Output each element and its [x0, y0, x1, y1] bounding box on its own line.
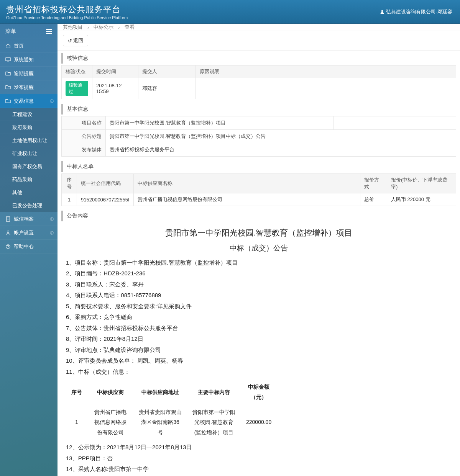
value: 贵阳市第一中学阳光校园.智慧教育（监控增补）项目 — [106, 116, 334, 130]
label: 项目名称 — [62, 116, 106, 130]
nav-publish[interactable]: 发布提醒 — [0, 80, 58, 94]
line: 6、采购方式：竞争性磋商 — [66, 312, 452, 323]
nav-label: 首页 — [14, 43, 24, 49]
nav-integrity[interactable]: 诚信档案 — [0, 212, 58, 226]
crumb[interactable]: 其他项目 — [63, 24, 83, 31]
subnav-state-assets[interactable]: 国有产权交易 — [0, 160, 58, 173]
table-row: 核验通过 2021-08-12 15:59 邓廷容 — [62, 78, 456, 99]
chevron-right-icon — [50, 231, 54, 235]
th: 报价(中标价、下浮率或费率) — [387, 174, 456, 193]
cell-idx: 1 — [62, 193, 77, 206]
chevron-right-icon: › — [87, 25, 89, 30]
chevron-right-icon — [50, 217, 54, 221]
crumb[interactable]: 中标公示 — [94, 24, 113, 31]
nav-label: 发布提醒 — [14, 84, 34, 91]
cell-supplier: 贵州省广播电视信息网络股份有限公司 — [87, 405, 133, 440]
file-icon — [5, 216, 11, 222]
doc-title: 贵阳市第一中学阳光校园.智慧教育（监控增补）项目 — [66, 225, 452, 240]
status-badge: 核验通过 — [66, 81, 88, 96]
value: 贵阳市第一中学阳光校园.智慧教育（监控增补）项目中标（成交）公告 — [106, 130, 456, 143]
folder-icon — [5, 85, 11, 90]
cell-content: 贵阳市第一中学阳光校园.智慧教育(监控增补）项目 — [187, 405, 241, 440]
line: 12、公示期为：2021年8月12日—2021年8月13日 — [66, 442, 452, 453]
table-row: 1 贵州省广播电视信息网络股份有限公司 贵州省贵阳市观山湖区金阳南路36号 贵阳… — [66, 405, 277, 440]
nav-label: 系统通知 — [14, 56, 34, 63]
folder-icon — [5, 98, 11, 104]
nav-account[interactable]: 帐户设置 — [0, 226, 58, 240]
svg-point-2 — [50, 99, 53, 102]
verify-table: 核验状态 提交时间 提交人 原因说明 核验通过 2021-08-12 15:59… — [61, 65, 456, 99]
sidebar: 菜单 首页 系统通知 逾期提醒 发布提醒 交易信息 — [0, 24, 58, 476]
nav-label: 逾期提醒 — [14, 70, 34, 77]
help-icon — [5, 244, 11, 249]
th: 中标金额（元） — [241, 379, 277, 404]
nav-home[interactable]: 首页 — [0, 39, 58, 53]
subnav-published[interactable]: 已发公告处理 — [0, 199, 58, 212]
label: 公告标题 — [62, 130, 106, 143]
svg-point-0 — [381, 10, 383, 12]
cell-name: 贵州省广播电视信息网络股份有限公司 — [133, 193, 360, 206]
line: 1、项目名称：贵阳市第一中学阳光校园.智慧教育（监控增补）项目 — [66, 257, 452, 268]
svg-point-6 — [50, 231, 53, 234]
subnav-land[interactable]: 土地使用权出让 — [0, 134, 58, 147]
line: 5、简要技术要求、服务和安全要求:详见采购文件 — [66, 301, 452, 312]
th: 主要中标内容 — [187, 379, 241, 404]
cell-submit-time: 2021-08-12 15:59 — [92, 78, 138, 99]
folder-icon — [5, 71, 11, 76]
cell-price: 人民币 220000 元 — [387, 193, 456, 206]
nav-trade-submenu: 工程建设 政府采购 土地使用权出让 矿业权出让 国有产权交易 药品采购 其他 已… — [0, 108, 58, 212]
cell-addr: 贵州省贵阳市观山湖区金阳南路36号 — [133, 405, 187, 440]
th: 中标供应商 — [87, 379, 133, 404]
detail-table: 序号 中标供应商 中标供应商地址 主要中标内容 中标金额（元） 1 贵州省广播电… — [66, 379, 277, 440]
nav-system-notice[interactable]: 系统通知 — [0, 53, 58, 67]
cell-method: 总价 — [360, 193, 387, 206]
line: 11、中标（成交）信息： — [66, 366, 452, 378]
line: 9、评审地点：弘典建设咨询有限公司 — [66, 345, 452, 356]
label: 发布媒体 — [62, 143, 106, 157]
nav-help[interactable]: 帮助中心 — [0, 240, 58, 254]
subnav-other[interactable]: 其他 — [0, 186, 58, 199]
chevron-down-icon — [50, 99, 54, 103]
notice-panel: 公告内容 贵阳市第一中学阳光校园.智慧教育（监控增补）项目 中标（成交）公告 1… — [61, 211, 456, 476]
user-name: 弘典建设咨询有限公司-邓廷容 — [386, 8, 452, 15]
nav-label: 诚信档案 — [14, 216, 34, 222]
basic-panel: 基本信息 项目名称贵阳市第一中学阳光校园.智慧教育（监控增补）项目 公告标题贵阳… — [61, 104, 456, 157]
subnav-mining[interactable]: 矿业权出让 — [0, 147, 58, 160]
nav-overdue[interactable]: 逾期提醒 — [0, 67, 58, 80]
header-user[interactable]: 弘典建设咨询有限公司-邓廷容 — [380, 8, 452, 15]
cell-idx: 1 — [66, 405, 87, 440]
cell-code: 91520000670722555I — [77, 193, 134, 206]
line: 14、采购人名称:贵阳市第一中学 — [66, 464, 452, 475]
header-subtitle: GuiZhou Province Tendering and Bidding P… — [6, 15, 128, 20]
nav-label: 帮助中心 — [14, 243, 34, 250]
line: 4、项目联系人电话：0851-85776889 — [66, 290, 452, 301]
back-label: 返回 — [73, 37, 83, 44]
th: 报价方式 — [360, 174, 387, 193]
winners-table: 序号 统一社会信用代码 中标供应商名称 报价方式 报价(中标价、下浮率或费率) … — [61, 173, 456, 206]
panel-title: 基本信息 — [61, 104, 456, 115]
subnav-medicine[interactable]: 药品采购 — [0, 173, 58, 186]
th: 中标供应商地址 — [133, 379, 187, 404]
cell-amount: 220000.00 — [241, 405, 277, 440]
nav-trade-info[interactable]: 交易信息 — [0, 94, 58, 108]
subnav-engineering[interactable]: 工程建设 — [0, 108, 58, 121]
menu-header: 菜单 — [0, 24, 58, 39]
line: 10、评审委员会成员名单： 周凯、周英、杨春 — [66, 355, 452, 366]
svg-point-4 — [50, 217, 53, 220]
header-title: 贵州省招标投标公共服务平台 — [6, 4, 128, 15]
back-button[interactable]: ↺ 返回 — [63, 35, 88, 46]
menu-toggle-icon[interactable] — [46, 29, 52, 34]
basic-table: 项目名称贵阳市第一中学阳光校园.智慧教育（监控增补）项目 公告标题贵阳市第一中学… — [61, 116, 456, 157]
th: 提交人 — [138, 65, 196, 78]
table-row: 1 91520000670722555I 贵州省广播电视信息网络股份有限公司 总… — [62, 193, 456, 206]
doc-subtitle: 中标（成交）公告 — [66, 241, 452, 255]
verify-panel: 核验信息 核验状态 提交时间 提交人 原因说明 核验通过 2021-08-12 … — [61, 53, 456, 99]
crumb: 查看 — [125, 24, 135, 31]
subnav-gov-procurement[interactable]: 政府采购 — [0, 121, 58, 134]
home-icon — [5, 43, 11, 49]
th: 中标供应商名称 — [133, 174, 360, 193]
th: 序号 — [66, 379, 87, 404]
nav-label: 帐户设置 — [14, 229, 34, 236]
line: 8、评审时间：2021年8月12日 — [66, 334, 452, 345]
svg-point-5 — [7, 231, 9, 232]
